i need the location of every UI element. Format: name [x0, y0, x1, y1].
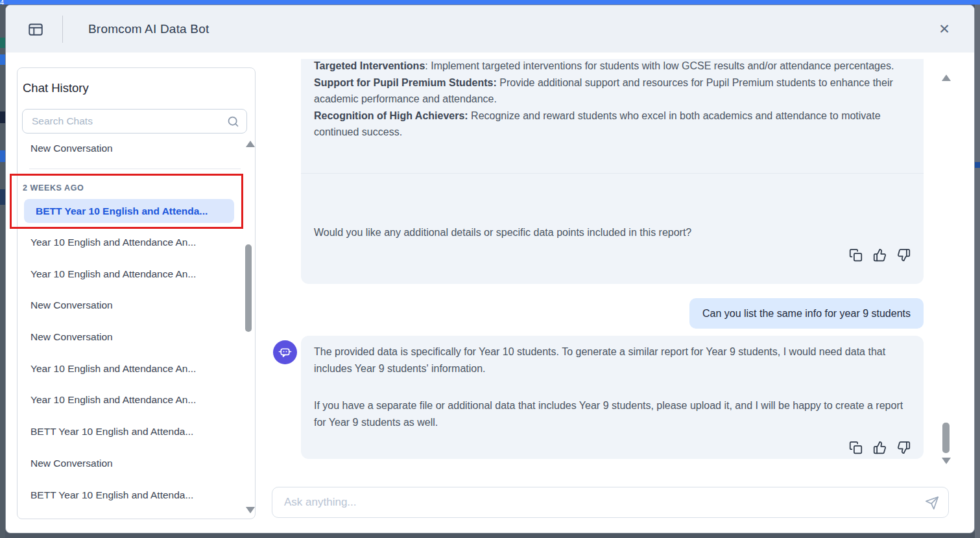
header-divider [62, 16, 63, 43]
ai-message-bubble: The provided data is specifically for Ye… [301, 336, 924, 459]
close-button[interactable]: ✕ [933, 18, 956, 41]
thumbs-up-icon[interactable] [873, 441, 887, 454]
panel-layout-icon [27, 21, 44, 38]
message-input-bar [272, 487, 949, 518]
robot-chat-icon [278, 345, 293, 360]
copy-icon[interactable] [849, 248, 863, 262]
background-fragment [0, 189, 5, 205]
user-message-bubble: Can you list the same info for year 9 st… [689, 298, 924, 329]
sidebar-item[interactable]: BETT Year 10 English and Attenda... [18, 480, 238, 511]
paper-plane-icon [925, 496, 939, 510]
message-question: Would you like any additional details or… [314, 224, 911, 241]
background-fragment [0, 54, 5, 65]
ai-data-bot-dialog: Bromcom AI Data Bot ✕ Chat History New C… [5, 5, 975, 533]
thumbs-down-icon[interactable] [897, 441, 911, 454]
message-paragraph: If you have a separate file or additiona… [314, 397, 911, 430]
message-paragraph: Recognition of High Achievers: Recognize… [314, 108, 911, 141]
chat-scrollbar-thumb[interactable] [942, 423, 950, 453]
ask-anything-input[interactable] [272, 487, 948, 517]
send-button[interactable] [925, 496, 939, 510]
chat-scroll-down-arrow[interactable] [942, 458, 951, 464]
background-page-top-bar [0, 0, 980, 5]
message-action-row [314, 441, 911, 456]
close-icon: ✕ [938, 21, 950, 37]
background-fragment [0, 150, 5, 162]
sidebar-scroll-down-arrow[interactable] [246, 507, 255, 513]
ai-message-bubble: Targeted Interventions: Implement target… [301, 59, 924, 284]
dialog-header: Bromcom AI Data Bot ✕ [6, 5, 974, 53]
chat-scroll-up-arrow[interactable] [942, 75, 951, 81]
dialog-title: Bromcom AI Data Bot [88, 22, 209, 36]
copy-icon[interactable] [849, 441, 863, 454]
chat-message-viewport: Targeted Interventions: Implement target… [6, 59, 975, 477]
background-fragment [0, 38, 5, 48]
message-paragraph: Targeted Interventions: Implement target… [314, 59, 911, 75]
message-section-divider [301, 173, 924, 174]
message-action-row [314, 248, 911, 263]
message-paragraph: Support for Pupil Premium Students: Prov… [314, 75, 911, 108]
background-page-right-edge [975, 5, 980, 538]
background-fragment [0, 111, 5, 123]
background-page-left-edge [0, 5, 5, 538]
thumbs-up-icon[interactable] [873, 248, 887, 262]
background-fragment [975, 162, 980, 168]
message-paragraph: The provided data is specifically for Ye… [314, 344, 911, 377]
user-message-text: Can you list the same info for year 9 st… [702, 308, 911, 319]
sidebar-toggle-button[interactable] [24, 18, 47, 41]
thumbs-down-icon[interactable] [897, 248, 911, 262]
bot-avatar [273, 340, 297, 364]
